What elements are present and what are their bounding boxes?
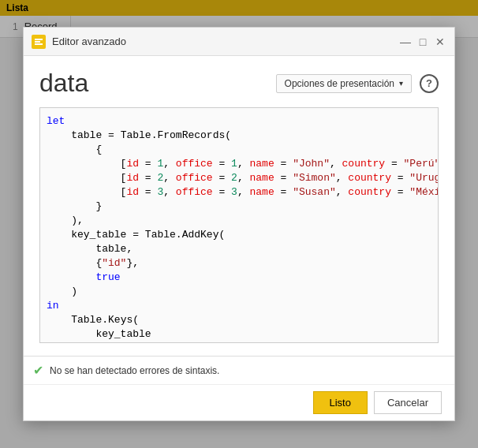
code-line: key_table = Table.AddKey( <box>40 228 438 242</box>
code-line: ) <box>40 342 438 343</box>
modal-titlebar: Editor avanzado — □ ✕ <box>24 28 454 56</box>
code-line: ), <box>40 214 438 228</box>
svg-rect-0 <box>35 43 43 45</box>
cancel-button[interactable]: Cancelar <box>374 391 442 414</box>
restore-button[interactable]: □ <box>416 35 429 48</box>
code-line: in <box>40 299 438 313</box>
modal-controls: — □ ✕ <box>399 35 446 48</box>
svg-rect-1 <box>35 41 40 43</box>
modal-overlay: Editor avanzado — □ ✕ data Opciones de p… <box>0 0 478 448</box>
code-editor[interactable]: let table = Table.FromRecords( { [id = 1… <box>39 107 439 343</box>
modal-title: Editor avanzado <box>52 35 399 47</box>
status-bar: ✔ No se han detectado errores de sintaxi… <box>24 356 454 384</box>
editor-icon <box>32 35 46 49</box>
code-line: table, <box>40 242 438 256</box>
minimize-button[interactable]: — <box>399 35 412 48</box>
code-line: Table.Keys( <box>40 313 438 327</box>
modal-body: data Opciones de presentación ▾ ? let ta… <box>24 56 454 356</box>
code-line: let <box>40 114 438 129</box>
code-line: [id = 2, office = 2, name = "Simon", cou… <box>40 171 438 185</box>
modal-footer: Listo Cancelar <box>24 384 454 420</box>
code-line: true <box>40 271 438 285</box>
presentation-button[interactable]: Opciones de presentación ▾ <box>276 74 412 93</box>
ok-button[interactable]: Listo <box>313 391 368 414</box>
svg-rect-2 <box>35 39 43 40</box>
modal-header-row: data Opciones de presentación ▾ ? <box>39 69 439 98</box>
status-text: No se han detectado errores de sintaxis. <box>50 365 219 376</box>
code-line: [id = 3, office = 3, name = "Susan", cou… <box>40 185 438 200</box>
code-line: table = Table.FromRecords( <box>40 129 438 143</box>
data-title: data <box>39 69 88 98</box>
close-button[interactable]: ✕ <box>434 35 446 48</box>
code-line: {"id"}, <box>40 256 438 271</box>
chevron-down-icon: ▾ <box>399 79 403 88</box>
status-icon: ✔ <box>33 363 43 378</box>
code-line: ) <box>40 285 438 299</box>
help-button[interactable]: ? <box>420 74 439 93</box>
code-line: key_table <box>40 327 438 342</box>
code-line: } <box>40 200 438 214</box>
code-line: { <box>40 143 438 157</box>
code-line: [id = 1, office = 1, name = "John", coun… <box>40 157 438 171</box>
modal-window: Editor avanzado — □ ✕ data Opciones de p… <box>23 27 455 421</box>
